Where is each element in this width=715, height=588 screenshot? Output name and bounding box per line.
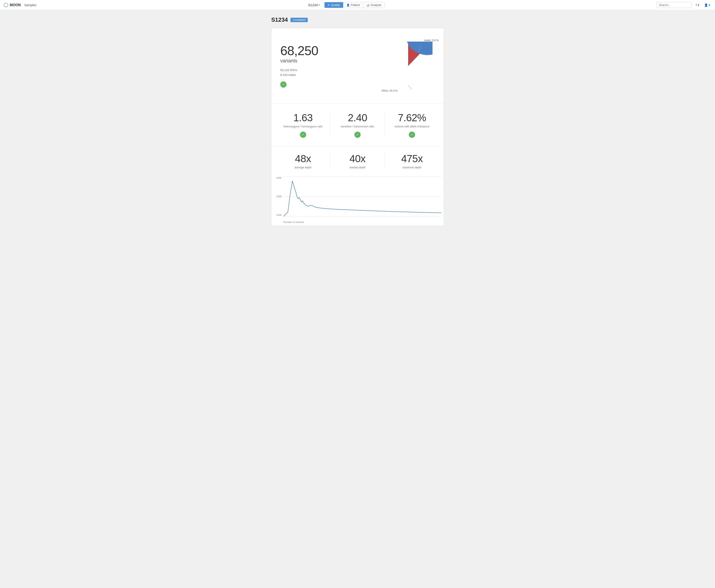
metric-het-hom-desc: heterozygous / homozygous ratio [283,125,322,128]
depth-maximum: 475x maximum depth [385,153,439,169]
pie-chart-wrap: indels: 9.0 % [382,35,435,97]
depth-maximum-desc: maximum depth [403,166,421,169]
tab-analysis-label: Analysis [371,3,381,7]
snvs-count: 62,116 SNVs [280,68,297,72]
depth-median-desc: median depth [350,166,366,169]
sample-id: S1234 [308,3,318,7]
patient-icon: 👤 [346,3,350,7]
nav-tabs: ✦ Quality 👤 Patient 📊 Analysis [324,2,384,8]
metric-ti-tv-desc: transition / transversion ratio [341,125,374,128]
pie-label-snvs: SNVs: 91.0 % [382,89,398,92]
depth-section: 48x average depth 40x median depth 475x … [271,146,444,169]
quality-card: 68,250 variants 62,116 SNVs 6,134 indels… [271,28,444,226]
quality-icon: ✦ [328,3,330,7]
search-input[interactable] [656,2,692,8]
metrics-section: 1.63 heterozygous / homozygous ratio ✓ 2… [271,104,444,146]
tab-patient[interactable]: 👤 Patient [343,2,363,8]
depth-average-desc: average depth [294,166,312,169]
metric-het-hom: 1.63 heterozygous / homozygous ratio ✓ [276,112,330,138]
page-title-row: S1234 Completed [271,16,444,23]
pie-chart [384,42,433,90]
moon-icon [3,3,8,7]
allelic-ok-icon: ✓ [409,132,415,138]
analysis-icon: 📊 [366,3,370,7]
variants-breakdown: 62,116 SNVs 6,134 indels [280,68,297,78]
tab-quality-label: Quality [331,3,340,7]
variants-count: 68,250 [280,44,318,57]
nav-samples-link[interactable]: Samples [24,3,36,7]
chart-section: 2000 1500 1000 [271,173,444,226]
depth-chart-svg [283,176,441,216]
indels-count: 6,134 indels [280,72,297,78]
metric-het-hom-value: 1.63 [293,112,313,124]
metric-allelic-desc: variants with allelic imbalance [395,125,429,128]
tab-quality[interactable]: ✦ Quality [324,2,343,8]
user-chevron: ▾ [709,3,710,7]
variants-ok-icon: ✓ [280,81,287,88]
ti-tv-ok-icon: ✓ [354,132,361,138]
user-icon: 👤 [704,3,708,7]
sample-selector[interactable]: S1234 ▾ [308,3,320,7]
depth-maximum-value: 475x [401,153,423,165]
metric-allelic-value: 7.62% [398,112,426,124]
y-label-1500: 1500 [276,195,281,198]
help-button[interactable]: ? ▾ [694,2,701,8]
variants-left: 68,250 variants 62,116 SNVs 6,134 indels… [280,44,318,88]
variants-label: variants [280,58,297,64]
depth-average: 48x average depth [276,153,330,169]
metric-ti-tv: 2.40 transition / transversion ratio ✓ [330,112,384,138]
tab-patient-label: Patient [351,3,360,7]
metric-ti-tv-check: ✓ [354,132,361,138]
chart-y-axis-label: Number of variants [283,221,304,224]
metric-ti-tv-value: 2.40 [348,112,367,124]
y-label-1000: 1000 [276,214,281,216]
page: S1234 Completed 68,250 variants 62,116 S… [267,10,448,232]
help-chevron: ▾ [698,3,699,7]
metric-allelic: 7.62% variants with allelic imbalance ✓ [385,112,439,138]
navbar: MOON Samples S1234 ▾ ✦ Quality 👤 Patient… [0,0,715,10]
pie-label-indels: indels: 9.0 % [424,39,439,42]
metric-allelic-check: ✓ [409,132,415,138]
navbar-center: S1234 ▾ ✦ Quality 👤 Patient 📊 Analysis [40,2,653,8]
page-title: S1234 [271,16,288,23]
brand-logo[interactable]: MOON [3,3,21,7]
y-label-2000: 2000 [276,176,281,179]
status-badge: Completed [291,18,308,22]
variants-section: 68,250 variants 62,116 SNVs 6,134 indels… [271,28,444,104]
user-button[interactable]: 👤 ▾ [703,2,712,8]
svg-point-0 [4,3,8,7]
depth-median-value: 40x [350,153,366,165]
help-icon: ? [695,3,697,7]
brand-name: MOON [10,3,21,7]
depth-median: 40x median depth [330,153,384,169]
svg-line-2 [408,85,412,89]
variants-check: ✓ [280,81,287,88]
metric-het-hom-check: ✓ [300,132,306,138]
het-hom-ok-icon: ✓ [300,132,306,138]
depth-average-value: 48x [295,153,311,165]
chevron-down-icon: ▾ [319,3,320,6]
depth-chart-section: 48x average depth 40x median depth 475x … [271,146,444,226]
navbar-right: ? ▾ 👤 ▾ [656,2,712,8]
tab-analysis[interactable]: 📊 Analysis [363,2,384,8]
